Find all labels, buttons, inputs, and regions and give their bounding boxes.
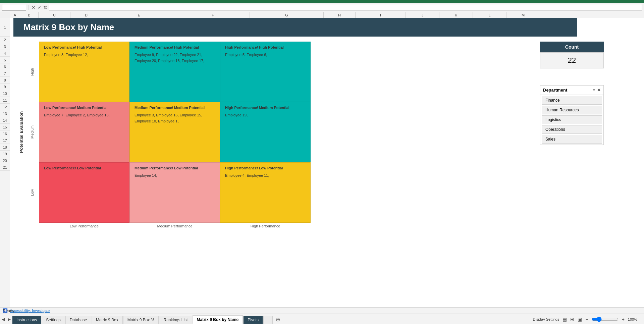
status-ready: Ready (3, 309, 14, 313)
page-break-icon[interactable]: ▣ (578, 317, 582, 322)
page-layout-icon[interactable]: ⊞ (570, 317, 574, 322)
col-M[interactable]: M (506, 12, 540, 18)
confirm-icon[interactable]: ✓ (38, 5, 42, 10)
col-A[interactable]: A (10, 12, 20, 18)
cell-high-high: High Performance/ High Potential Employe… (220, 42, 311, 102)
formula-input[interactable] (49, 4, 642, 11)
y-axis-label: Potential Evaluation (17, 42, 25, 223)
name-box[interactable]: S1 (2, 4, 26, 11)
dept-item-logistics[interactable]: Logistics (542, 115, 602, 124)
tab-instructions[interactable]: Instructions (12, 316, 41, 324)
tab-matrix9box-by-name[interactable]: Matrix 9 Box by Name (193, 315, 243, 324)
col-B[interactable]: B (20, 12, 39, 18)
cell-content: Employee 5, Employee 6, (225, 52, 306, 58)
tab-matrix9box-pct[interactable]: Matrix 9 Box % (123, 316, 159, 324)
row-2: 2 (0, 37, 10, 43)
display-settings[interactable]: Display Settings (533, 317, 559, 321)
col-F[interactable]: F (176, 12, 250, 18)
col-G[interactable]: G (250, 12, 324, 18)
row-3: 3 (0, 43, 10, 50)
col-J[interactable]: J (406, 12, 439, 18)
col-L[interactable]: L (473, 12, 506, 18)
row-7: 7 (0, 70, 10, 77)
function-icon[interactable]: fx (44, 5, 47, 10)
cell-content: Employee 14, (135, 173, 215, 179)
formula-divider: | (28, 4, 30, 10)
tab-scroll-right[interactable]: ▶ (6, 317, 12, 322)
tab-pivots[interactable]: Pivots (243, 316, 263, 324)
row-12: 12 (0, 104, 10, 110)
col-K[interactable]: K (439, 12, 473, 18)
cell-low-low: Low Performance/ Low Potential (39, 162, 129, 223)
zoom-slider[interactable] (592, 317, 619, 322)
tabs-container: Instructions Settings Database Matrix 9 … (12, 314, 283, 324)
dept-header-row: Department ≡ ✕ (540, 86, 603, 95)
level-medium: Medium (25, 102, 39, 162)
matrix-main-row: Potential Evaluation High Medium Low (17, 42, 311, 223)
matrix-grid: Low Performance/ High Potential Employee… (39, 42, 311, 223)
cell-content: Employee 4, Employee 11, (225, 173, 306, 179)
filter-clear-icon[interactable]: ✕ (597, 88, 601, 93)
row-5: 5 (0, 57, 10, 63)
x-label-low: Low Performance (39, 223, 129, 229)
row-9: 9 (0, 84, 10, 90)
cell-title: Medium Performance/ High Potential (135, 45, 215, 49)
cell-title: High Performance/ Low Potential (225, 166, 306, 170)
row-15: 15 (0, 124, 10, 130)
tab-bar: ◀ ▶ Instructions Settings Database Matri… (0, 314, 644, 324)
page-title: Matrix 9 Box by Name (23, 22, 114, 33)
cell-medium-low: Low Performance/ Medium Potential Employ… (39, 102, 129, 162)
cell-high-low: Low Performance/ High Potential Employee… (39, 42, 129, 102)
row-13: 13 (0, 110, 10, 117)
tab-add[interactable]: ⊕ (273, 315, 283, 324)
cell-title: Medium Performance/ Low Potential (135, 166, 215, 170)
tab-matrix9box[interactable]: Matrix 9 Box (92, 316, 123, 324)
dept-item-sales[interactable]: Sales (542, 135, 602, 144)
main-area: 1 2 3 4 5 6 7 8 9 10 11 12 13 14 15 16 1… (0, 18, 644, 307)
zoom-out-icon[interactable]: − (585, 317, 588, 322)
tab-scroll-left[interactable]: ◀ (0, 317, 6, 322)
dept-item-human-resources[interactable]: Human Resources (542, 106, 602, 114)
tab-database[interactable]: Database (65, 316, 91, 324)
accessibility-text[interactable]: Accessibility: Investigate (10, 309, 50, 313)
zoom-level: 100% (628, 317, 637, 321)
tab-more[interactable]: ... (263, 316, 273, 324)
count-panel: Count 22 (540, 42, 604, 68)
cell-content: Employee 8, Employee 12, (44, 52, 124, 58)
cell-content: Employee 7, Employee 2, Employee 13, (44, 112, 124, 118)
title-banner: Matrix 9 Box by Name (13, 18, 577, 37)
cell-content: Employee 3, Employee 16, Employee 15, Em… (135, 112, 215, 124)
col-I[interactable]: I (356, 12, 406, 18)
cell-low-medium: Medium Performance/ Low Potential Employ… (129, 162, 220, 223)
col-D[interactable]: D (70, 12, 102, 18)
dept-label: Department (543, 88, 567, 93)
zoom-in-icon[interactable]: + (622, 317, 625, 322)
tab-rankings-list[interactable]: Rankings List (159, 316, 192, 324)
normal-view-icon[interactable]: ▦ (562, 317, 567, 322)
row-18: 18 (0, 144, 10, 151)
count-header: Count (540, 42, 604, 52)
accessibility-bar: ♿ Accessibility: Investigate (0, 307, 644, 314)
x-axis-labels: Low Performance Medium Performance High … (39, 223, 311, 229)
row-6: 6 (0, 63, 10, 70)
x-label-high: High Performance (220, 223, 311, 229)
dept-item-finance[interactable]: Finance (542, 96, 602, 105)
cell-content: Employee 19, (225, 112, 306, 118)
cell-content: Employee 9, Employee 22, Employee 21, Em… (135, 52, 215, 64)
tab-settings[interactable]: Settings (42, 316, 65, 324)
col-C[interactable]: C (39, 12, 70, 18)
cell-title: Low Performance/ High Potential (44, 45, 124, 49)
col-H[interactable]: H (324, 12, 356, 18)
dept-item-operations[interactable]: Operations (542, 125, 602, 134)
col-E[interactable]: E (102, 12, 176, 18)
row-21: 21 (0, 164, 10, 171)
matrix-levels-grid: High Medium Low Low Performance/ H (25, 42, 311, 223)
formula-bar: S1 | ✕ ✓ fx (0, 3, 644, 12)
level-high: High (25, 42, 39, 102)
row-1: 1 (0, 18, 10, 37)
row-14: 14 (0, 117, 10, 124)
row-16: 16 (0, 130, 10, 137)
row-20: 20 (0, 157, 10, 164)
cancel-icon[interactable]: ✕ (32, 5, 36, 10)
filter-list-icon[interactable]: ≡ (592, 88, 595, 93)
